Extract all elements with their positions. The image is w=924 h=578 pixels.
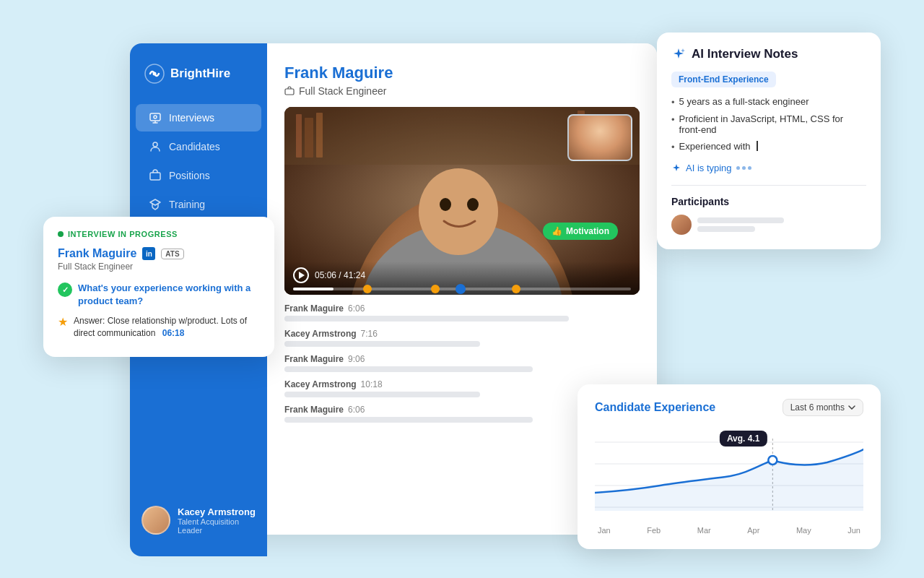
ai-sparkle-icon	[671, 47, 686, 61]
answer-text: Answer: Close relationship w/product. Lo…	[74, 315, 260, 340]
star-icon: ★	[58, 315, 68, 329]
chart-filter[interactable]: Last 6 months	[783, 399, 863, 416]
svg-rect-7	[285, 89, 294, 95]
typing-indicator: AI is typing	[671, 163, 866, 173]
question-item: ✓ What's your experience working with a …	[58, 282, 260, 308]
transcript-bar	[284, 316, 569, 322]
typing-dot	[736, 166, 740, 170]
participant-row	[671, 215, 866, 235]
text-cursor	[757, 141, 758, 151]
ai-notes-list: • 5 years as a full-stack engineer • Pro…	[671, 96, 866, 152]
sidebar-label-candidates: Candidates	[169, 141, 220, 152]
svg-point-3	[154, 116, 157, 118]
question-check-icon: ✓	[58, 282, 72, 297]
app-name: BrightHire	[170, 66, 230, 81]
logo: BrightHire	[130, 64, 267, 104]
svg-point-19	[467, 198, 479, 211]
chart-label: Mar	[697, 526, 711, 535]
sidebar-item-candidates[interactable]: Candidates	[136, 133, 261, 160]
svg-rect-12	[316, 113, 323, 158]
ai-typing-icon	[671, 163, 681, 173]
chart-area: Avg. 4.1	[595, 428, 863, 522]
chart-label: Jun	[847, 526, 860, 535]
bullet-icon: •	[671, 97, 675, 108]
answer-time: 06:18	[162, 328, 185, 338]
ai-note-item: • 5 years as a full-stack engineer	[671, 96, 866, 108]
svg-rect-11	[305, 118, 313, 158]
sidebar-item-positions[interactable]: Positions	[136, 162, 261, 189]
participants-title: Participants	[671, 196, 866, 207]
bookmark-dot-1[interactable]	[363, 285, 372, 293]
typing-dots	[736, 166, 751, 170]
briefcase-icon	[284, 86, 295, 96]
transcript-speaker: Frank Maguire 9:06	[284, 354, 640, 364]
green-dot-icon	[58, 231, 64, 237]
play-triangle-icon	[299, 272, 305, 279]
progress-fill	[293, 288, 334, 290]
svg-point-4	[153, 142, 157, 147]
video-player[interactable]: 👍 Motivation 05:06 / 41:24	[284, 107, 640, 295]
question-text: What's your experience working with a pr…	[78, 282, 260, 308]
typing-dot	[748, 166, 751, 170]
pip-person	[569, 116, 631, 160]
candidate-name: Frank Maguire	[284, 64, 640, 82]
transcript-bar	[284, 417, 533, 423]
positions-icon	[149, 169, 162, 182]
ai-notes-title: AI Interview Notes	[671, 47, 866, 61]
answer-item: ★ Answer: Close relationship w/product. …	[58, 315, 260, 340]
transcript-item: Kacey Armstrong 7:16	[284, 329, 640, 347]
progress-bar[interactable]	[293, 288, 631, 290]
sidebar-item-interviews[interactable]: Interviews	[136, 104, 261, 131]
typing-dot	[742, 166, 746, 170]
in-progress-badge: INTERVIEW IN PROGRESS	[58, 230, 260, 238]
svg-rect-5	[150, 173, 160, 180]
user-name: Kacey Armstrong	[178, 506, 256, 517]
linkedin-icon[interactable]: in	[142, 247, 155, 260]
sidebar-bottom: Kacey Armstrong Talent Acquisition Leade…	[130, 484, 267, 556]
ai-note-item: • Proficient in JavaScript, HTML, CSS fo…	[671, 113, 866, 135]
svg-rect-10	[296, 114, 302, 158]
transcript-bar	[284, 392, 480, 397]
bookmark-dot-2[interactable]	[431, 285, 440, 293]
svg-point-17	[419, 168, 498, 255]
transcript-bar	[284, 341, 480, 347]
transcript-speaker: Frank Maguire 6:06	[284, 303, 640, 314]
candidates-icon	[149, 140, 162, 153]
user-role: Talent Acquisition Leader	[178, 517, 256, 535]
check-mark: ✓	[62, 285, 69, 295]
ai-notes-tag: Front-End Experience	[671, 72, 776, 87]
sidebar-item-training[interactable]: Training	[136, 191, 261, 218]
sidebar-label-training: Training	[169, 199, 205, 210]
svg-point-18	[440, 198, 451, 211]
participant-role-bar	[697, 226, 755, 232]
transcript-item: Frank Maguire 9:06	[284, 354, 640, 372]
chevron-down-icon	[848, 405, 855, 410]
avg-tooltip: Avg. 4.1	[720, 431, 767, 447]
motivation-badge: 👍 Motivation	[543, 223, 618, 240]
chart-header: Candidate Experience Last 6 months	[595, 399, 863, 416]
bullet-icon: •	[671, 142, 675, 152]
svg-point-25	[768, 456, 777, 465]
chart-label: Apr	[747, 526, 759, 535]
interview-role: Full Stack Engineer	[58, 262, 260, 272]
bookmark-dot-3[interactable]	[512, 285, 520, 293]
training-icon	[149, 198, 162, 211]
interviews-icon	[149, 111, 162, 124]
chart-labels: Jan Feb Mar Apr May Jun	[595, 526, 863, 535]
chart-label: Feb	[647, 526, 661, 535]
ai-note-item: • Experienced with	[671, 141, 866, 152]
ats-badge[interactable]: ATS	[161, 249, 183, 259]
active-position-dot[interactable]	[456, 284, 466, 294]
bullet-icon: •	[671, 114, 675, 135]
participant-info	[697, 217, 784, 232]
participant-name-bar	[697, 217, 784, 223]
interview-card: INTERVIEW IN PROGRESS Frank Maguire in A…	[43, 217, 274, 357]
chart-title: Candidate Experience	[595, 401, 715, 414]
participants-section: Participants	[671, 185, 866, 235]
chart-label: Jan	[598, 526, 611, 535]
play-button[interactable]	[293, 267, 309, 283]
candidate-role: Full Stack Engineer	[284, 85, 640, 97]
participant-avatar	[671, 215, 692, 235]
chart-card: Candidate Experience Last 6 months Avg. …	[578, 384, 881, 549]
user-avatar	[141, 506, 170, 535]
